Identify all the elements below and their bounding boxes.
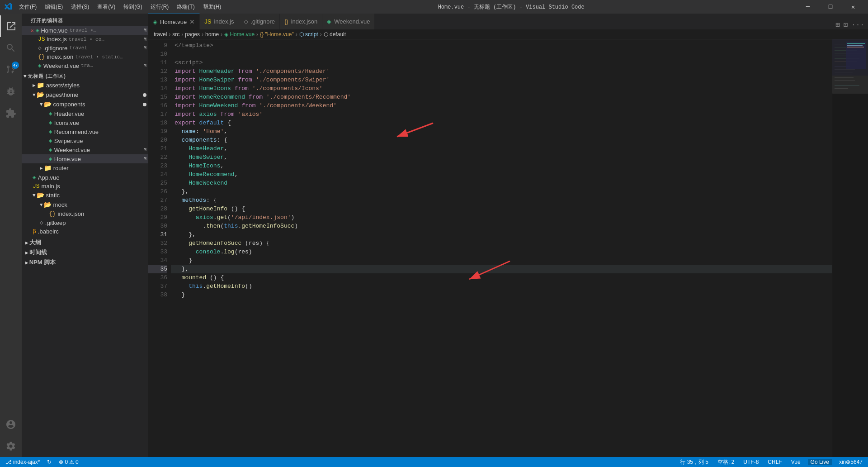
tree-section-outline[interactable]: ▶ 大纲 <box>22 238 148 248</box>
minimap <box>832 39 868 457</box>
close-button[interactable]: ✕ <box>843 0 863 14</box>
tree-item-gitkeep[interactable]: ◇ .gitkeep <box>22 218 148 227</box>
toggle-sidebar-icon[interactable]: ⊡ <box>844 20 848 29</box>
warning-icon: ⚠ <box>69 459 74 465</box>
language-label: Vue <box>791 459 801 465</box>
open-editor-home-vue[interactable]: ✕ ◈ Home.vue travel •… M <box>22 26 148 35</box>
errors-status[interactable]: ⊗ 0 ⚠ 0 <box>57 459 80 465</box>
tab-index-js[interactable]: JS index.js <box>200 14 239 29</box>
tree-item-mock[interactable]: ▼ 📂 mock <box>22 200 148 210</box>
more-actions-icon[interactable]: ··· <box>851 21 864 29</box>
activity-debug-icon[interactable] <box>0 81 22 102</box>
open-editor-index-json[interactable]: {} index.json travel • static… <box>22 52 148 61</box>
activity-bar-bottom <box>0 414 22 457</box>
vue-icon5: ◈ <box>49 146 52 153</box>
svg-rect-24 <box>847 47 864 48</box>
vscode-logo-icon <box>5 2 12 12</box>
tree-item-recommend-vue[interactable]: ◈ Recommend.vue <box>22 127 148 136</box>
tree-item-header-vue[interactable]: ◈ Header.vue <box>22 109 148 118</box>
activity-source-control-icon[interactable]: 47 <box>0 59 22 81</box>
language-status[interactable]: Vue <box>789 459 802 465</box>
tree-item-index-json[interactable]: {} index.json <box>22 210 148 218</box>
activity-settings-icon[interactable] <box>0 435 22 457</box>
code-content[interactable]: </template> <script> import HomeHeader f… <box>171 39 832 301</box>
tree-item-components[interactable]: ▼ 📂 components <box>22 100 148 109</box>
vue-icon: ◈ <box>49 110 52 117</box>
activity-account-icon[interactable] <box>0 414 22 435</box>
tree-item-icons-vue[interactable]: ◈ Icons.vue <box>22 118 148 127</box>
code-line-35: }, <box>171 265 832 273</box>
tree-item-pages[interactable]: ▼ 📂 pages\home <box>22 90 148 100</box>
encoding-status[interactable]: UTF-8 <box>741 459 760 465</box>
tree-item-weekend-vue[interactable]: ◈ Weekend.vue M <box>22 145 148 154</box>
tree-item-swiper-vue[interactable]: ◈ Swiper.vue <box>22 136 148 145</box>
js-tab-icon: JS <box>204 18 211 25</box>
git-branch-status[interactable]: ⎇ index-ajax* <box>4 459 42 465</box>
cursor-position-status[interactable]: 行 35，列 5 <box>678 458 710 466</box>
tree-section-npm[interactable]: ▶ NPM 脚本 <box>22 257 148 267</box>
vue-file-icon: ◈ <box>36 27 39 34</box>
close-icon[interactable]: ✕ <box>31 28 34 33</box>
tree-item-app-vue[interactable]: ◈ App.vue <box>22 173 148 182</box>
error-count: 0 <box>65 459 68 465</box>
activity-bar: 47 <box>0 14 22 457</box>
tab-weekend-vue[interactable]: ◈ Weekend.vue <box>322 14 375 29</box>
tab-close-icon[interactable]: ✕ <box>189 18 195 25</box>
collapse-arrow-icon: ▼ <box>24 74 27 79</box>
extra-status[interactable]: xin⊕5647 <box>837 459 864 465</box>
code-line-13: import HomeSwiper from './components/Swi… <box>171 76 832 84</box>
tree-item-router[interactable]: ▶ 📁 router <box>22 163 148 173</box>
code-line-34: } <box>171 256 832 265</box>
line-ending-status[interactable]: CRLF <box>766 459 783 465</box>
minimize-button[interactable]: ─ <box>797 0 818 14</box>
code-line-28: getHomeInfo () { <box>171 205 832 213</box>
tab-index-json[interactable]: {} index.json <box>280 14 322 29</box>
menu-edit[interactable]: 编辑(E) <box>41 2 66 12</box>
window-title: Home.vue - 无标题 (工作区) - Visual Studio Cod… <box>438 3 585 11</box>
encoding-label: UTF-8 <box>743 459 759 465</box>
collapse-icon8: ▶ <box>25 260 28 266</box>
tree-item-home-vue[interactable]: ◈ Home.vue M <box>22 154 148 163</box>
vue-icon4: ◈ <box>49 137 52 144</box>
tab-home-vue[interactable]: ◈ Home.vue ✕ <box>148 14 200 29</box>
line-numbers: 9 10 11 12 13 14 15 16 17 18 19 20 21 22… <box>148 39 171 457</box>
code-line-38: } <box>171 291 832 299</box>
menu-terminal[interactable]: 终端(T) <box>173 2 198 12</box>
code-line-25: HomeWeekend <box>171 179 832 187</box>
tree-item-babelrc[interactable]: β .babelrc <box>22 227 148 236</box>
menu-help[interactable]: 帮助(H) <box>199 2 225 12</box>
menu-select[interactable]: 选择(S) <box>67 2 93 12</box>
tab-gitignore[interactable]: ◇ .gitignore <box>239 14 280 29</box>
activity-search-icon[interactable] <box>0 37 22 59</box>
code-line-15: import HomeRecommend from './components/… <box>171 93 832 101</box>
code-line-16: import HomeWeekend from './components/We… <box>171 101 832 110</box>
tree-item-static[interactable]: ▼ 📂 static <box>22 191 148 200</box>
open-editor-index-js[interactable]: JS index.js travel • co… M <box>22 35 148 43</box>
collapse-icon: ▶ <box>33 82 36 88</box>
tree-section-timeline[interactable]: ▶ 时间线 <box>22 248 148 257</box>
collapse-icon6: ▶ <box>25 240 28 246</box>
open-editor-gitignore[interactable]: ◇ .gitignore travel M <box>22 43 148 52</box>
golive-status[interactable]: Go Live <box>808 459 832 465</box>
menu-goto[interactable]: 转到(G) <box>120 2 146 12</box>
sync-status[interactable]: ↻ <box>45 459 53 465</box>
open-editor-weekend-vue[interactable]: ◈ Weekend.vue tra… M <box>22 61 148 70</box>
activity-extensions-icon[interactable] <box>0 102 22 124</box>
menu-file[interactable]: 文件(F) <box>15 2 40 12</box>
menu-bar[interactable]: 文件(F) 编辑(E) 选择(S) 查看(V) 转到(G) 运行(R) 终端(T… <box>15 2 225 12</box>
error-icon: ⊗ <box>59 459 63 465</box>
split-editor-icon[interactable]: ⊞ <box>835 20 840 29</box>
activity-explorer-icon[interactable] <box>0 15 22 37</box>
menu-run[interactable]: 运行(R) <box>147 2 173 12</box>
collapse-icon4: ▼ <box>33 193 36 198</box>
svg-rect-23 <box>847 45 863 46</box>
code-line-17: import axios from 'axios' <box>171 110 832 119</box>
workspace-header[interactable]: ▼ 无标题 (工作区) <box>22 70 148 81</box>
maximize-button[interactable]: □ <box>820 0 841 14</box>
tree-item-assets[interactable]: ▶ 📁 assets\styles <box>22 81 148 90</box>
tree-item-main-js[interactable]: JS main.js <box>22 182 148 191</box>
source-control-badge: 47 <box>12 62 19 69</box>
menu-view[interactable]: 查看(V) <box>94 2 119 12</box>
collapse-icon3: ▶ <box>40 165 43 171</box>
spaces-status[interactable]: 空格: 2 <box>716 458 736 466</box>
